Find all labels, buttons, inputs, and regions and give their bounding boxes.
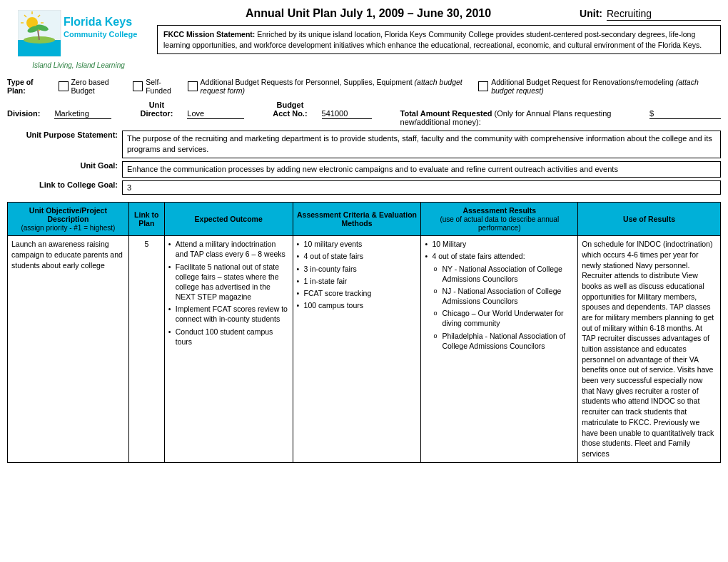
goal-box: Enhance the communication processes by a… [122, 161, 721, 178]
checkbox-zero-based-label: Zero based Budget [71, 78, 126, 95]
goal-label: Unit Goal: [7, 161, 118, 170]
th-results: Assessment Results (use of actual data t… [421, 203, 578, 236]
expected-item-3: Implement FCAT scores review to connect … [168, 304, 289, 324]
checkbox-zero-based-box [59, 81, 69, 91]
checkbox-additional-budget: Additional Budget Requests for Personnel… [188, 78, 472, 95]
division-label: Division: [7, 109, 40, 118]
results-circle-4: Philadelphia - National Association of C… [432, 331, 574, 351]
main-title: Annual Unit Plan July 1, 2009 – June 30,… [157, 7, 580, 20]
header-right: Annual Unit Plan July 1, 2009 – June 30,… [150, 7, 721, 54]
assessment-item-3: 3 in-county fairs [297, 264, 418, 274]
logo-tagline: Island Living, Island Learning [32, 61, 125, 69]
type-plan-label: Type of Plan: [7, 78, 49, 95]
checkbox-renovations-box [478, 81, 488, 91]
fkcc-logo: Florida Keys Community College [18, 10, 139, 60]
main-table: Unit Objective/Project Description (assi… [7, 202, 721, 462]
unit-director-value: Love [187, 109, 244, 119]
type-plan-section: Type of Plan: Zero based Budget Self-Fun… [7, 78, 721, 95]
checkbox-self-funded: Self-Funded [133, 78, 180, 95]
assessment-item-4: 1 in-state fair [297, 276, 418, 286]
results-bullet-list: 10 Military 4 out of state fairs attende… [425, 239, 574, 261]
mission-label: FKCC Mission Statement: [163, 30, 255, 39]
budget-acct-value: 541000 [322, 109, 372, 119]
assessment-list: 10 military events 4 out of state fairs … [297, 239, 418, 310]
results-bullet-2: 4 out of state fairs attended: [425, 251, 574, 261]
checkbox-zero-based: Zero based Budget [59, 78, 126, 95]
budget-acct-col: BudgetAcct No.: [273, 101, 307, 118]
results-circle-2: NJ - National Association of College Adm… [432, 286, 574, 306]
expected-cell: Attend a military indoctrination and TAP… [164, 236, 293, 462]
checkbox-self-funded-label: Self-Funded [146, 78, 180, 95]
header-section: Florida Keys Community College Island Li… [7, 7, 721, 72]
svg-text:Florida Keys: Florida Keys [64, 16, 132, 28]
checkbox-renovations-label: Additional Budget Request for Renovation… [491, 78, 721, 95]
assessment-cell: 10 military events 4 out of state fairs … [293, 236, 421, 462]
expected-item-1: Attend a military indoctrination and TAP… [168, 239, 289, 259]
th-expected: Expected Outcome [164, 203, 293, 236]
checkbox-renovations: Additional Budget Request for Renovation… [478, 78, 721, 95]
unit-label: Unit: [580, 8, 602, 19]
results-circle-list: NY - National Association of College Adm… [432, 264, 574, 351]
results-cell: 10 Military 4 out of state fairs attende… [421, 236, 578, 462]
th-objective: Unit Objective/Project Description (assi… [8, 203, 129, 236]
checkbox-additional-budget-box [188, 81, 198, 91]
total-amount-value: $ [649, 109, 721, 119]
results-circle-1: NY - National Association of College Adm… [432, 264, 574, 284]
title-unit-row: Annual Unit Plan July 1, 2009 – June 30,… [157, 7, 721, 21]
college-goal-label: Link to College Goal: [7, 180, 118, 189]
unit-value: Recruiting [607, 8, 721, 21]
unit-director-col: UnitDirector: [140, 101, 173, 118]
division-row: Division: Marketing UnitDirector: Love B… [7, 101, 721, 126]
goal-row: Unit Goal: Enhance the communication pro… [7, 161, 721, 178]
expected-list: Attend a military indoctrination and TAP… [168, 239, 289, 347]
results-bullet-1: 10 Military [425, 239, 574, 249]
svg-text:Community College: Community College [64, 30, 137, 39]
college-goal-box: 3 [122, 180, 721, 195]
expected-item-4: Conduct 100 student campus tours [168, 327, 289, 347]
division-value: Marketing [54, 109, 111, 119]
assessment-item-6: 100 campus tours [297, 300, 418, 310]
checkbox-additional-budget-label: Additional Budget Requests for Personnel… [201, 78, 472, 95]
logo-area: Florida Keys Community College Island Li… [7, 7, 150, 72]
purpose-label: Unit Purpose Statement: [7, 131, 118, 139]
objective-cell: Launch an awareness raising campaign to … [8, 236, 129, 462]
th-use: Use of Results [578, 203, 721, 236]
table-row: Launch an awareness raising campaign to … [8, 236, 721, 462]
assessment-item-1: 10 military events [297, 239, 418, 249]
link-cell: 5 [128, 236, 164, 462]
college-goal-row: Link to College Goal: 3 [7, 180, 721, 195]
purpose-row: Unit Purpose Statement: The purpose of t… [7, 131, 721, 158]
checkbox-self-funded-box [133, 81, 143, 91]
assessment-item-5: FCAT score tracking [297, 288, 418, 298]
purpose-box: The purpose of the recruiting and market… [122, 131, 721, 158]
assessment-item-2: 4 out of state fairs [297, 251, 418, 261]
use-cell: On schedule for INDOC (indoctrination) w… [578, 236, 721, 462]
results-circle-3: Chicago – Our World Underwater for divin… [432, 308, 574, 328]
total-amount-label: Total Amount Requested [400, 109, 492, 118]
expected-item-2: Facilitate 5 national out of state colle… [168, 262, 289, 302]
th-link: Link to Plan [128, 203, 164, 236]
mission-box: FKCC Mission Statement: Enriched by its … [157, 25, 721, 54]
th-assessment: Assessment Criteria & Evaluation Methods [293, 203, 421, 236]
